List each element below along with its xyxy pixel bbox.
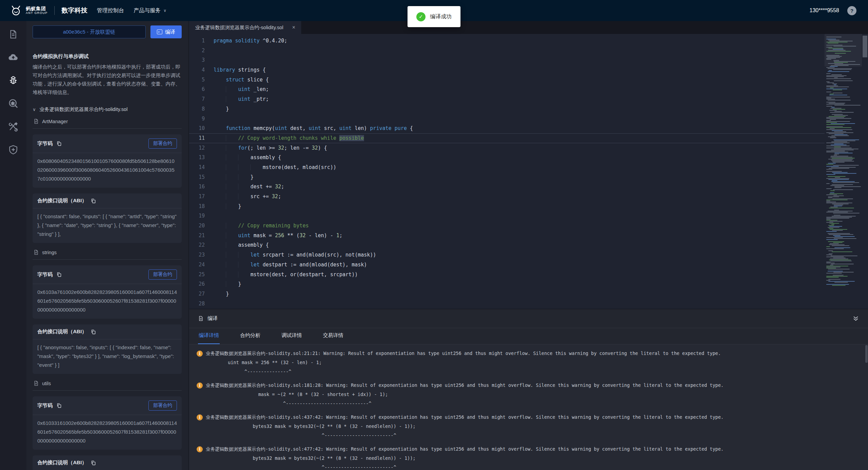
bottom-tab-合约分析[interactable]: 合约分析	[239, 328, 261, 344]
deploy-contract-button[interactable]: 部署合约	[148, 269, 177, 280]
collapse-double-chevron-icon[interactable]	[852, 316, 859, 322]
cloud-upload-icon[interactable]	[7, 52, 19, 63]
line-number: 4	[189, 65, 214, 75]
left-icon-rail	[0, 21, 26, 470]
bytecode-value: 0x61033161002e600b82828239805160001a607f…	[33, 415, 182, 450]
abi-label: 合约接口说明（ABI）	[37, 459, 87, 466]
code-line-4: 4library strings {	[189, 65, 825, 75]
line-number: 6	[189, 84, 214, 94]
code-line-28: 28	[189, 299, 825, 309]
code-line-17: 17 src += 32;	[189, 192, 825, 202]
nav-products[interactable]: 产品与服务 ∨	[133, 7, 166, 14]
help-icon[interactable]: ?	[847, 6, 856, 15]
abi-card: 合约接口说明（ABI） [ { "constant": false, "inpu…	[33, 193, 182, 243]
line-number: 13	[189, 153, 214, 163]
code-line-13: 13 assembly {	[189, 153, 825, 163]
bytecode-label: 字节码	[37, 140, 53, 147]
copy-icon[interactable]	[91, 460, 96, 466]
line-number: 19	[189, 211, 214, 221]
document-icon	[33, 380, 39, 386]
ant-group-logo: 蚂蚁集团 ANT GROUP	[10, 4, 48, 17]
copy-icon[interactable]	[56, 141, 62, 146]
code-line-25: 25 mstore(dest, or(destpart, srcpart))	[189, 270, 825, 280]
compile-button[interactable]: > 编译	[150, 25, 182, 38]
line-number: 12	[189, 143, 214, 153]
bottom-tab-调试详情[interactable]: 调试详情	[281, 328, 303, 344]
logo-en-label: ANT GROUP	[26, 12, 48, 15]
bytecode-card: 字节码 部署合约 0x61033161002e600b8282823980516…	[33, 396, 182, 450]
bottom-tab-编译详情[interactable]: 编译详情	[198, 328, 220, 344]
scrollbar-thumb[interactable]	[863, 36, 867, 57]
code-line-10: 10 function memcpy(uint dest, uint src, …	[189, 124, 825, 133]
code-line-12: 12 for(; len >= 32; len -= 32) {	[189, 143, 825, 153]
code-editor[interactable]: 1pragma solidity ^0.4.20;234library stri…	[189, 34, 868, 309]
bytecode-label: 字节码	[37, 271, 53, 278]
deploy-contract-button[interactable]: 部署合约	[148, 400, 177, 411]
code-line-21: 21 uint mask = 256 ** (32 - len) - 1;	[189, 231, 825, 241]
topbar-divider	[54, 6, 55, 15]
compile-output-panel: 编译 编译详情合约分析调试详情交易详情 i业务逻辑数据浏览器展示合约-solid…	[189, 309, 868, 470]
chevron-down-icon: ∨	[163, 8, 166, 13]
document-icon	[33, 118, 39, 124]
warning-text: 业务逻辑数据浏览器展示合约-solidity.sol:181:28: Warni…	[206, 381, 724, 408]
editor-scrollbar[interactable]	[862, 34, 868, 309]
guide-title: 合约模拟执行与单步调试	[33, 53, 182, 60]
warning-info-icon: i	[197, 446, 203, 452]
document-icon	[33, 249, 39, 255]
deploy-contract-button[interactable]: 部署合约	[148, 138, 177, 149]
close-icon[interactable]: ×	[292, 24, 295, 31]
line-number: 18	[189, 202, 214, 211]
warning-item-1: i业务逻辑数据浏览器展示合约-solidity.sol:21:21: Warni…	[189, 349, 868, 381]
compile-panel-title: 编译	[207, 315, 218, 322]
warning-info-icon: i	[197, 351, 203, 357]
ant-logo-icon	[10, 4, 22, 17]
copy-icon[interactable]	[91, 198, 96, 204]
chain-selector[interactable]: a00e36c5 - 开放联盟链	[33, 25, 146, 38]
file-tree-label: 业务逻辑数据浏览器展示合约-solidity.sol	[40, 106, 128, 113]
line-number: 17	[189, 192, 214, 202]
copy-icon[interactable]	[56, 403, 62, 408]
debug-bug-icon[interactable]	[7, 75, 19, 86]
warning-info-icon: i	[197, 382, 203, 389]
code-line-26: 26 }	[189, 279, 825, 289]
abi-value: [ { "anonymous": false, "inputs": [ { "i…	[33, 339, 182, 374]
warning-info-icon: i	[197, 414, 203, 420]
bottom-tabs: 编译详情合约分析调试详情交易详情	[189, 328, 868, 344]
code-lines: 1pragma solidity ^0.4.20;234library stri…	[189, 36, 825, 308]
account-phone[interactable]: 130****9558	[810, 7, 839, 14]
editor-tab-solidity-file[interactable]: 业务逻辑数据浏览器展示合约-solidity.sol ×	[189, 21, 301, 34]
file-tree-node[interactable]: ∨ 业务逻辑数据浏览器展示合约-solidity.sol	[33, 106, 182, 113]
tools-icon[interactable]	[7, 121, 19, 132]
copy-icon[interactable]	[56, 272, 62, 277]
code-line-14: 14 mstore(dest, mload(src))	[189, 163, 825, 172]
contract-item-strings[interactable]: strings	[33, 249, 182, 260]
scan-debug-icon[interactable]	[7, 98, 19, 109]
bytecode-label: 字节码	[37, 402, 53, 409]
contract-item-artmanager[interactable]: ArtManager	[33, 118, 182, 129]
file-document-icon[interactable]	[7, 29, 19, 40]
copy-icon[interactable]	[91, 329, 96, 335]
line-number: 1	[189, 36, 214, 46]
nav-console[interactable]: 管理控制台	[97, 7, 124, 14]
line-number: 7	[189, 94, 214, 104]
code-line-15: 15 }	[189, 172, 825, 182]
warning-item-2: i业务逻辑数据浏览器展示合约-solidity.sol:181:28: Warn…	[189, 381, 868, 413]
contract-item-utils[interactable]: utils	[33, 380, 182, 391]
code-line-11: 11 // Copy word-length chunks while poss…	[189, 133, 825, 143]
logo-cn-label: 蚂蚁集团	[26, 6, 48, 11]
warnings-scrollbar-thumb[interactable]	[865, 345, 868, 363]
contract-name-label: ArtManager	[42, 119, 68, 124]
abi-card: 合约接口说明（ABI） [ { "anonymous": false, "inp…	[33, 324, 182, 374]
compile-success-toast: ✓ 编译成功	[408, 6, 460, 27]
workspace: 业务逻辑数据浏览器展示合约-solidity.sol × 1pragma sol…	[189, 21, 868, 470]
editor-tab-title: 业务逻辑数据浏览器展示合约-solidity.sol	[195, 24, 283, 31]
bottom-tab-交易详情[interactable]: 交易详情	[322, 328, 344, 344]
code-line-22: 22 assembly {	[189, 240, 825, 250]
minimap[interactable]	[825, 34, 862, 309]
editor-tabbar: 业务逻辑数据浏览器展示合约-solidity.sol ×	[189, 21, 868, 34]
line-number: 20	[189, 221, 214, 231]
success-check-icon: ✓	[416, 12, 426, 21]
contract-panel: a00e36c5 - 开放联盟链 > 编译 合约模拟执行与单步调试 编译合约之后…	[26, 21, 189, 470]
line-number: 24	[189, 260, 214, 270]
security-shield-icon[interactable]	[7, 144, 19, 155]
